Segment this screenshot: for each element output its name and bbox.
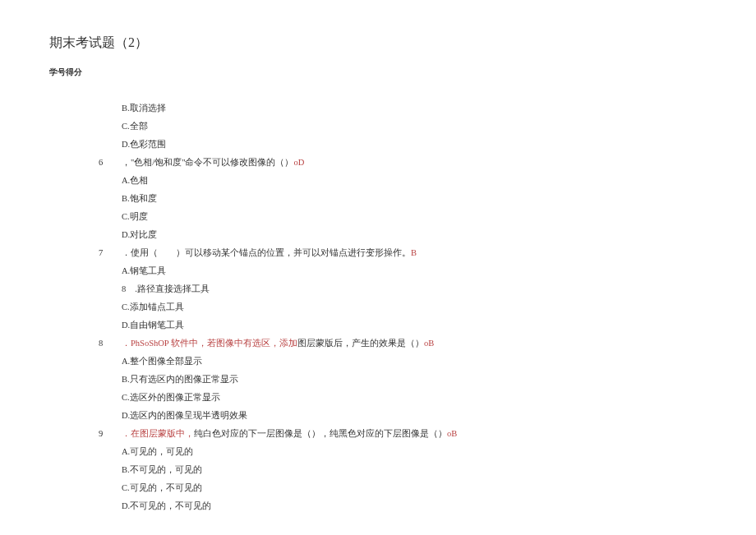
question-7: 7 ．使用（ ）可以移动某个锚点的位置，并可以对锚点进行变形操作。B [99,244,707,261]
question-9: 9 ．在图层蒙版中，纯白色对应的下一层图像是（），纯黑色对应的下层图像是（）oB [99,425,707,442]
q7-option-d: D.自由钢笔工具 [99,316,707,334]
exam-subtitle: 学号得分 [49,67,707,78]
q9-option-b: B.不可见的，可见的 [99,461,707,478]
q7-number: 7 [99,244,122,261]
q7-sub-8: 8 .路径直接选择工具 [99,280,707,297]
exam-title: 期末考试题（2） [49,35,707,52]
document-page: 期末考试题（2） 学号得分 B.取消选择 C.全部 D.色彩范围 6 ，"色相/… [0,0,756,535]
q6-option-b: B.饱和度 [99,190,707,207]
option-c: C.全部 [99,118,707,135]
q6-text: ，"色相/饱和度"命令不可以修改图像的（）oD [122,154,707,171]
q9-option-c: C.可见的，不可见的 [99,479,707,496]
exam-content: B.取消选择 C.全部 D.色彩范围 6 ，"色相/饱和度"命令不可以修改图像的… [49,99,707,535]
q6-option-c: C.明度 [99,208,707,225]
q9-text: ．在图层蒙版中，纯白色对应的下一层图像是（），纯黑色对应的下层图像是（）oB [122,425,707,442]
question-8: 8 ．PhSoShOP 软件中，若图像中有选区，添加图层蒙版后，产生的效果是（）… [99,334,707,352]
question-10: 10.向下合并图层的快捷键是（）pA [99,515,707,535]
question-6: 6 ，"色相/饱和度"命令不可以修改图像的（）oD [99,154,707,171]
q8-option-a: A.整个图像全部显示 [99,353,707,370]
q9-number: 9 [99,425,122,442]
q8-option-b: B.只有选区内的图像正常显示 [99,371,707,388]
q6-option-a: A.色相 [99,172,707,189]
q8-option-d: D.选区内的图像呈现半透明效果 [99,407,707,424]
q7-option-c: C.添加锚点工具 [99,298,707,316]
q9-option-d: D.不可见的，不可见的 [99,497,707,514]
q8-option-c: C.选区外的图像正常显示 [99,389,707,406]
q8-text: ．PhSoShOP 软件中，若图像中有选区，添加图层蒙版后，产生的效果是（）oB [122,334,707,352]
q9-option-a: A.可见的，可见的 [99,443,707,460]
q6-option-d: D.对比度 [99,226,707,243]
q6-number: 6 [99,154,122,171]
option-b: B.取消选择 [99,99,707,117]
q7-text: ．使用（ ）可以移动某个锚点的位置，并可以对锚点进行变形操作。B [122,244,707,261]
option-d: D.色彩范围 [99,136,707,153]
q8-number: 8 [99,334,122,352]
q7-option-a: A.钢笔工具 [99,262,707,279]
